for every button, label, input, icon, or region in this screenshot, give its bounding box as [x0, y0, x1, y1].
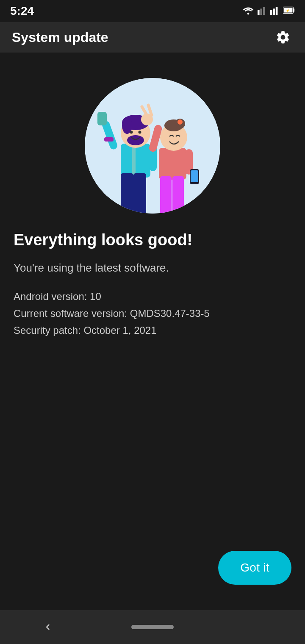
info-block: Android version: 10 Current software ver… — [14, 289, 291, 338]
svg-rect-1 — [258, 10, 260, 15]
svg-rect-14 — [121, 173, 133, 214]
svg-point-21 — [139, 131, 141, 134]
nav-back-button[interactable] — [35, 614, 61, 640]
signal2-icon — [270, 6, 280, 17]
subtitle: You're using the latest software. — [14, 260, 291, 275]
bottom-area: Got it — [218, 551, 291, 585]
svg-rect-25 — [104, 137, 114, 142]
svg-rect-2 — [260, 8, 262, 15]
battery-icon: ⚡ — [283, 6, 295, 17]
svg-rect-28 — [172, 176, 184, 214]
svg-rect-26 — [159, 148, 186, 180]
settings-button[interactable] — [273, 27, 293, 47]
svg-rect-5 — [273, 8, 275, 15]
illustration-area — [14, 53, 291, 230]
svg-text:⚡: ⚡ — [286, 8, 290, 13]
status-time: 5:24 — [10, 4, 34, 18]
illustration-circle — [85, 78, 220, 214]
svg-rect-15 — [133, 173, 146, 214]
svg-rect-6 — [276, 7, 278, 14]
svg-point-0 — [247, 12, 250, 14]
svg-rect-27 — [160, 176, 172, 214]
gear-icon — [275, 30, 291, 45]
nav-bar — [0, 610, 305, 644]
got-it-button[interactable]: Got it — [218, 551, 291, 585]
app-bar: System update — [0, 22, 305, 53]
main-content: Everything looks good! You're using the … — [0, 53, 305, 338]
status-bar: 5:24 — [0, 0, 305, 22]
svg-point-19 — [127, 135, 144, 145]
celebration-illustration — [85, 78, 220, 214]
svg-point-36 — [141, 114, 153, 125]
wifi-icon — [242, 6, 254, 17]
svg-point-32 — [177, 119, 183, 125]
svg-rect-13 — [132, 144, 136, 178]
headline: Everything looks good! — [14, 230, 291, 250]
svg-rect-3 — [263, 7, 265, 14]
software-version: Current software version: QMDS30.47-33-5 — [14, 306, 291, 321]
security-patch: Security patch: October 1, 2021 — [14, 323, 291, 338]
nav-home-pill[interactable] — [131, 625, 174, 629]
status-icons: ⚡ — [242, 6, 295, 17]
svg-point-20 — [130, 131, 133, 134]
app-title: System update — [12, 30, 108, 45]
svg-rect-39 — [191, 170, 198, 182]
android-version: Android version: 10 — [14, 289, 291, 304]
signal-icon — [258, 6, 267, 17]
svg-rect-8 — [293, 8, 294, 11]
back-icon — [42, 621, 54, 633]
svg-rect-4 — [270, 10, 272, 15]
svg-rect-23 — [97, 112, 107, 125]
